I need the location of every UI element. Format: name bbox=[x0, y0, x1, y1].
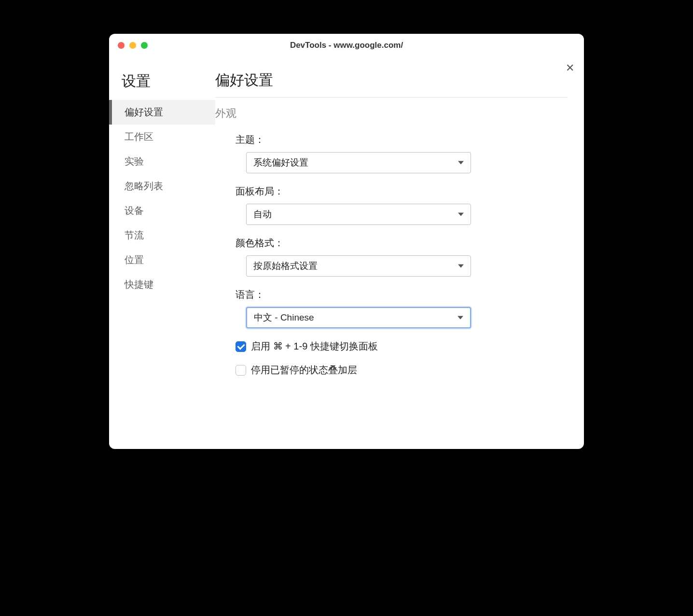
sidebar-item-label: 忽略列表 bbox=[125, 181, 163, 191]
settings-main: 偏好设置 外观 主题： 系统偏好设置 面板布局： 自动 bbox=[215, 57, 584, 449]
sidebar-item-workspace[interactable]: 工作区 bbox=[109, 125, 215, 149]
devtools-settings-window: DevTools - www.google.com/ ✕ 设置 偏好设置 工作区… bbox=[109, 34, 584, 449]
sidebar-title: 设置 bbox=[109, 71, 215, 100]
sidebar-item-preferences[interactable]: 偏好设置 bbox=[109, 100, 215, 125]
panel-layout-select[interactable]: 自动 bbox=[246, 204, 471, 225]
sidebar-item-shortcuts[interactable]: 快捷键 bbox=[109, 272, 215, 297]
sidebar-item-ignore-list[interactable]: 忽略列表 bbox=[109, 174, 215, 198]
color-format-field: 颜色格式： 按原始格式设置 bbox=[236, 237, 568, 277]
sidebar-item-label: 实验 bbox=[125, 156, 144, 167]
panel-layout-field: 面板布局： 自动 bbox=[236, 185, 568, 225]
color-format-label: 颜色格式： bbox=[236, 237, 568, 250]
chevron-down-icon bbox=[458, 161, 464, 165]
traffic-lights bbox=[109, 42, 148, 49]
sidebar-item-devices[interactable]: 设备 bbox=[109, 198, 215, 223]
chevron-down-icon bbox=[458, 265, 464, 268]
panel-layout-select-value: 自动 bbox=[253, 208, 272, 221]
chevron-down-icon bbox=[458, 213, 464, 216]
color-format-select-value: 按原始格式设置 bbox=[253, 260, 318, 272]
language-select-value: 中文 - Chinese bbox=[254, 311, 314, 324]
theme-select-value: 系统偏好设置 bbox=[253, 156, 308, 169]
language-select[interactable]: 中文 - Chinese bbox=[246, 307, 471, 328]
theme-select[interactable]: 系统偏好设置 bbox=[246, 152, 471, 173]
chevron-down-icon bbox=[457, 316, 463, 320]
sidebar-item-label: 设备 bbox=[125, 205, 144, 216]
panel-layout-label: 面板布局： bbox=[236, 185, 568, 198]
sidebar-item-label: 位置 bbox=[125, 254, 144, 265]
section-appearance-title: 外观 bbox=[215, 106, 568, 121]
enable-shortcut-row: 启用 ⌘ + 1-9 快捷键切换面板 bbox=[236, 340, 568, 353]
maximize-window-button[interactable] bbox=[141, 42, 148, 49]
sidebar-item-label: 快捷键 bbox=[125, 279, 153, 290]
window-body: ✕ 设置 偏好设置 工作区 实验 忽略列表 设备 节流 位置 bbox=[109, 57, 584, 449]
settings-sidebar: 设置 偏好设置 工作区 实验 忽略列表 设备 节流 位置 快捷 bbox=[109, 57, 215, 449]
close-window-button[interactable] bbox=[118, 42, 125, 49]
minimize-window-button[interactable] bbox=[129, 42, 136, 49]
color-format-select[interactable]: 按原始格式设置 bbox=[246, 255, 471, 277]
theme-field: 主题： 系统偏好设置 bbox=[236, 133, 568, 173]
language-label: 语言： bbox=[236, 288, 568, 301]
theme-label: 主题： bbox=[236, 133, 568, 146]
sidebar-item-label: 节流 bbox=[125, 230, 144, 240]
page-title: 偏好设置 bbox=[215, 70, 568, 98]
sidebar-item-label: 工作区 bbox=[125, 131, 153, 142]
enable-shortcut-checkbox[interactable] bbox=[236, 341, 246, 352]
close-icon[interactable]: ✕ bbox=[566, 63, 574, 73]
window-titlebar: DevTools - www.google.com/ bbox=[109, 34, 584, 57]
sidebar-item-experiments[interactable]: 实验 bbox=[109, 149, 215, 174]
language-field: 语言： 中文 - Chinese bbox=[236, 288, 568, 328]
window-title: DevTools - www.google.com/ bbox=[109, 41, 584, 50]
disable-overlay-row: 停用已暂停的状态叠加层 bbox=[236, 364, 568, 377]
sidebar-item-throttling[interactable]: 节流 bbox=[109, 223, 215, 248]
sidebar-item-label: 偏好设置 bbox=[125, 107, 163, 117]
disable-overlay-checkbox[interactable] bbox=[236, 365, 246, 376]
disable-overlay-label: 停用已暂停的状态叠加层 bbox=[251, 364, 357, 377]
enable-shortcut-label: 启用 ⌘ + 1-9 快捷键切换面板 bbox=[251, 340, 378, 353]
sidebar-item-locations[interactable]: 位置 bbox=[109, 248, 215, 272]
